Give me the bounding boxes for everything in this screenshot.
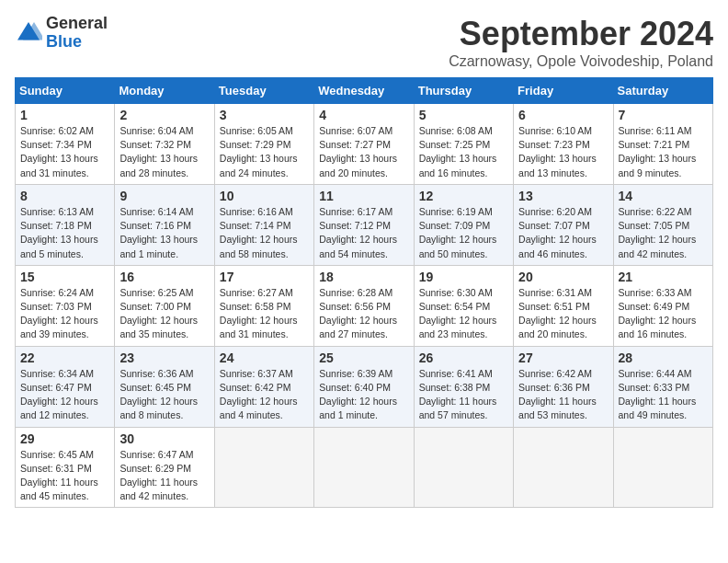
calendar-cell: 5Sunrise: 6:08 AMSunset: 7:25 PMDaylight…: [414, 104, 513, 185]
weekday-header-monday: Monday: [115, 78, 214, 104]
day-number: 20: [518, 270, 608, 284]
logo-icon: [15, 19, 42, 47]
day-number: 25: [319, 350, 408, 365]
calendar-cell: 6Sunrise: 6:10 AMSunset: 7:23 PMDaylight…: [514, 104, 613, 185]
day-info: Sunrise: 6:10 AMSunset: 7:23 PMDaylight:…: [518, 124, 608, 180]
day-info: Sunrise: 6:22 AMSunset: 7:05 PMDaylight:…: [619, 205, 708, 261]
day-number: 29: [20, 431, 109, 446]
calendar-cell: 16Sunrise: 6:25 AMSunset: 7:00 PMDayligh…: [115, 265, 214, 346]
calendar-cell: [214, 427, 313, 508]
calendar-cell: 20Sunrise: 6:31 AMSunset: 6:51 PMDayligh…: [514, 265, 613, 346]
day-info: Sunrise: 6:44 AMSunset: 6:33 PMDaylight:…: [619, 367, 708, 423]
calendar-week-3: 15Sunrise: 6:24 AMSunset: 7:03 PMDayligh…: [16, 265, 713, 346]
weekday-header-sunday: Sunday: [16, 78, 115, 104]
day-info: Sunrise: 6:20 AMSunset: 7:07 PMDaylight:…: [518, 205, 608, 261]
day-number: 16: [119, 270, 209, 284]
day-number: 30: [119, 431, 209, 446]
day-info: Sunrise: 6:02 AMSunset: 7:34 PMDaylight:…: [20, 124, 109, 180]
day-info: Sunrise: 6:25 AMSunset: 7:00 PMDaylight:…: [119, 286, 209, 342]
day-number: 21: [619, 270, 708, 284]
day-number: 6: [518, 108, 608, 122]
calendar-cell: 26Sunrise: 6:41 AMSunset: 6:38 PMDayligh…: [414, 346, 513, 427]
day-info: Sunrise: 6:31 AMSunset: 6:51 PMDaylight:…: [518, 286, 608, 342]
day-info: Sunrise: 6:42 AMSunset: 6:36 PMDaylight:…: [518, 367, 608, 423]
calendar-cell: [514, 427, 613, 508]
weekday-header-saturday: Saturday: [613, 78, 712, 104]
day-info: Sunrise: 6:13 AMSunset: 7:18 PMDaylight:…: [20, 205, 109, 261]
day-info: Sunrise: 6:36 AMSunset: 6:45 PMDaylight:…: [119, 367, 209, 423]
logo-blue: Blue: [46, 33, 108, 52]
day-info: Sunrise: 6:27 AMSunset: 6:58 PMDaylight:…: [220, 286, 309, 342]
calendar-cell: 25Sunrise: 6:39 AMSunset: 6:40 PMDayligh…: [314, 346, 414, 427]
calendar-cell: [314, 427, 414, 508]
calendar-cell: 18Sunrise: 6:28 AMSunset: 6:56 PMDayligh…: [314, 265, 414, 346]
calendar-cell: 9Sunrise: 6:14 AMSunset: 7:16 PMDaylight…: [115, 184, 214, 265]
calendar-cell: 17Sunrise: 6:27 AMSunset: 6:58 PMDayligh…: [214, 265, 313, 346]
header: General Blue September 2024 Czarnowasy, …: [15, 15, 713, 70]
weekday-header-friday: Friday: [514, 78, 613, 104]
day-number: 2: [119, 108, 209, 122]
calendar-table: SundayMondayTuesdayWednesdayThursdayFrid…: [15, 77, 713, 508]
calendar-cell: 19Sunrise: 6:30 AMSunset: 6:54 PMDayligh…: [414, 265, 513, 346]
day-info: Sunrise: 6:08 AMSunset: 7:25 PMDaylight:…: [419, 124, 508, 180]
calendar-week-5: 29Sunrise: 6:45 AMSunset: 6:31 PMDayligh…: [16, 427, 713, 508]
day-number: 13: [518, 189, 608, 203]
calendar-week-1: 1Sunrise: 6:02 AMSunset: 7:34 PMDaylight…: [16, 104, 713, 185]
day-number: 9: [119, 189, 209, 203]
day-number: 19: [419, 270, 508, 284]
day-info: Sunrise: 6:34 AMSunset: 6:47 PMDaylight:…: [20, 367, 109, 423]
calendar-cell: [613, 427, 712, 508]
day-number: 4: [319, 108, 408, 122]
calendar-week-2: 8Sunrise: 6:13 AMSunset: 7:18 PMDaylight…: [16, 184, 713, 265]
calendar-cell: 3Sunrise: 6:05 AMSunset: 7:29 PMDaylight…: [214, 104, 313, 185]
calendar-cell: 14Sunrise: 6:22 AMSunset: 7:05 PMDayligh…: [613, 184, 712, 265]
calendar-cell: 24Sunrise: 6:37 AMSunset: 6:42 PMDayligh…: [214, 346, 313, 427]
calendar-cell: 2Sunrise: 6:04 AMSunset: 7:32 PMDaylight…: [115, 104, 214, 185]
day-info: Sunrise: 6:33 AMSunset: 6:49 PMDaylight:…: [619, 286, 708, 342]
day-info: Sunrise: 6:30 AMSunset: 6:54 PMDaylight:…: [419, 286, 508, 342]
day-number: 7: [619, 108, 708, 122]
day-info: Sunrise: 6:16 AMSunset: 7:14 PMDaylight:…: [220, 205, 309, 261]
month-title: September 2024: [449, 15, 713, 53]
calendar-cell: 15Sunrise: 6:24 AMSunset: 7:03 PMDayligh…: [16, 265, 115, 346]
day-info: Sunrise: 6:07 AMSunset: 7:27 PMDaylight:…: [319, 124, 408, 180]
logo-general: General: [46, 15, 108, 33]
day-number: 8: [20, 189, 109, 203]
day-info: Sunrise: 6:37 AMSunset: 6:42 PMDaylight:…: [220, 367, 309, 423]
day-number: 18: [319, 270, 408, 284]
day-info: Sunrise: 6:39 AMSunset: 6:40 PMDaylight:…: [319, 367, 408, 423]
day-number: 23: [119, 350, 209, 365]
location-subtitle: Czarnowasy, Opole Voivodeship, Poland: [449, 53, 713, 70]
calendar-cell: [414, 427, 513, 508]
calendar-cell: 29Sunrise: 6:45 AMSunset: 6:31 PMDayligh…: [16, 427, 115, 508]
title-area: September 2024 Czarnowasy, Opole Voivode…: [449, 15, 713, 70]
day-info: Sunrise: 6:11 AMSunset: 7:21 PMDaylight:…: [619, 124, 708, 180]
calendar-cell: 30Sunrise: 6:47 AMSunset: 6:29 PMDayligh…: [115, 427, 214, 508]
day-info: Sunrise: 6:04 AMSunset: 7:32 PMDaylight:…: [119, 124, 209, 180]
logo-text: General Blue: [46, 15, 108, 52]
day-info: Sunrise: 6:28 AMSunset: 6:56 PMDaylight:…: [319, 286, 408, 342]
day-number: 27: [518, 350, 608, 365]
day-number: 1: [20, 108, 109, 122]
day-number: 14: [619, 189, 708, 203]
weekday-header-thursday: Thursday: [414, 78, 513, 104]
day-number: 26: [419, 350, 508, 365]
calendar-cell: 10Sunrise: 6:16 AMSunset: 7:14 PMDayligh…: [214, 184, 313, 265]
day-number: 15: [20, 270, 109, 284]
day-number: 5: [419, 108, 508, 122]
calendar-cell: 7Sunrise: 6:11 AMSunset: 7:21 PMDaylight…: [613, 104, 712, 185]
day-number: 24: [220, 350, 309, 365]
calendar-cell: 1Sunrise: 6:02 AMSunset: 7:34 PMDaylight…: [16, 104, 115, 185]
calendar-cell: 8Sunrise: 6:13 AMSunset: 7:18 PMDaylight…: [16, 184, 115, 265]
day-number: 10: [220, 189, 309, 203]
calendar-cell: 11Sunrise: 6:17 AMSunset: 7:12 PMDayligh…: [314, 184, 414, 265]
weekday-header-wednesday: Wednesday: [314, 78, 414, 104]
day-info: Sunrise: 6:24 AMSunset: 7:03 PMDaylight:…: [20, 286, 109, 342]
day-info: Sunrise: 6:47 AMSunset: 6:29 PMDaylight:…: [119, 448, 209, 504]
day-number: 12: [419, 189, 508, 203]
calendar-header-row: SundayMondayTuesdayWednesdayThursdayFrid…: [16, 78, 713, 104]
day-number: 28: [619, 350, 708, 365]
calendar-cell: 4Sunrise: 6:07 AMSunset: 7:27 PMDaylight…: [314, 104, 414, 185]
calendar-cell: 28Sunrise: 6:44 AMSunset: 6:33 PMDayligh…: [613, 346, 712, 427]
day-number: 11: [319, 189, 408, 203]
